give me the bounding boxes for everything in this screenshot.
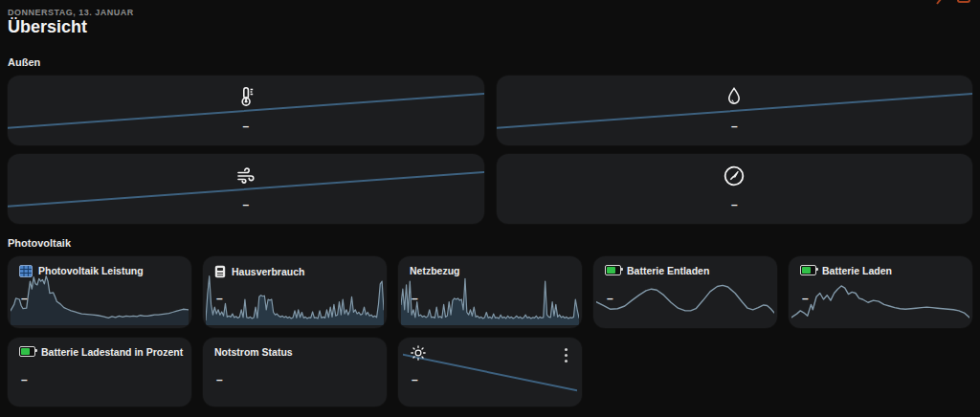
card-title: Photovoltaik Leistung — [38, 265, 144, 276]
card-title: Batterie Ladestand in Prozent — [41, 346, 183, 358]
pv-card-notstrom-status[interactable]: Notstrom Status – — [203, 338, 387, 406]
gauge-icon — [497, 164, 973, 188]
header-actions — [934, 0, 970, 6]
batterie-entladen-chart — [596, 274, 774, 325]
section-label-aussen: Außen — [8, 56, 972, 68]
sensor-value: – — [8, 198, 484, 211]
pv-card-batterie-ladestand[interactable]: Batterie Ladestand in Prozent – — [8, 338, 191, 406]
card-title: Notstrom Status — [214, 346, 293, 358]
sensor-card-temperature[interactable]: – — [8, 76, 484, 145]
sensor-value: – — [497, 120, 973, 133]
header: DONNERSTAG, 13. JANUAR Übersicht — [8, 0, 972, 37]
kebab-menu-button[interactable] — [557, 343, 574, 368]
sensor-value: – — [497, 198, 973, 211]
pv-card-leistung[interactable]: Photovoltaik Leistung – — [8, 256, 191, 328]
hausverbrauch-chart — [206, 274, 384, 325]
pv-card-batterie-laden[interactable]: Batterie Laden – — [789, 256, 972, 328]
aussen-grid: – – – — [8, 76, 972, 224]
card-value: – — [21, 292, 28, 305]
section-label-photovoltaik: Photovoltaik — [8, 237, 972, 249]
card-value: – — [607, 292, 613, 305]
thermometer-icon — [8, 85, 484, 108]
batterie-laden-chart — [791, 274, 969, 325]
pv-card-hausverbrauch[interactable]: Hausverbrauch – — [203, 256, 387, 328]
pv-card-sonne[interactable]: – — [398, 338, 582, 406]
wind-icon — [8, 164, 484, 187]
solar-panel-icon — [19, 265, 33, 277]
sensor-card-pressure[interactable]: – — [497, 154, 973, 224]
card-value: – — [802, 292, 809, 305]
pv-leistung-chart — [11, 274, 189, 325]
card-title: Batterie Entladen — [627, 265, 709, 276]
card-value: – — [21, 373, 28, 386]
battery-icon — [605, 265, 621, 275]
card-value: – — [216, 373, 223, 386]
square-icon[interactable] — [957, 0, 970, 6]
card-title: Hausverbrauch — [232, 266, 304, 277]
page-title: Übersicht — [8, 18, 972, 37]
sensor-card-humidity[interactable]: – — [497, 76, 973, 145]
card-value: – — [412, 373, 418, 386]
photovoltaik-grid: Photovoltaik Leistung – Hausverbrauch – … — [8, 256, 972, 406]
sonnenstand-chart — [403, 349, 577, 395]
sun-icon — [410, 344, 427, 365]
pv-card-batterie-entladen[interactable]: Batterie Entladen – — [593, 256, 777, 328]
header-date: DONNERSTAG, 13. JANUAR — [8, 8, 972, 17]
sensor-value: – — [8, 120, 484, 133]
pencil-icon[interactable] — [934, 0, 947, 6]
home-energy-meter-icon — [214, 265, 226, 278]
card-title: Batterie Laden — [822, 265, 892, 276]
battery-icon — [19, 346, 35, 357]
card-title: Netzbezug — [410, 265, 460, 276]
pv-card-netzbezug[interactable]: Netzbezug – — [398, 256, 582, 328]
battery-icon — [800, 265, 816, 275]
humidity-drop-icon — [497, 85, 973, 108]
card-value: – — [216, 292, 223, 305]
card-value: – — [412, 292, 418, 305]
sensor-card-wind[interactable]: – — [8, 154, 484, 224]
dashboard-page: DONNERSTAG, 13. JANUAR Übersicht Außen — [0, 0, 980, 406]
netzbezug-chart — [401, 274, 579, 325]
